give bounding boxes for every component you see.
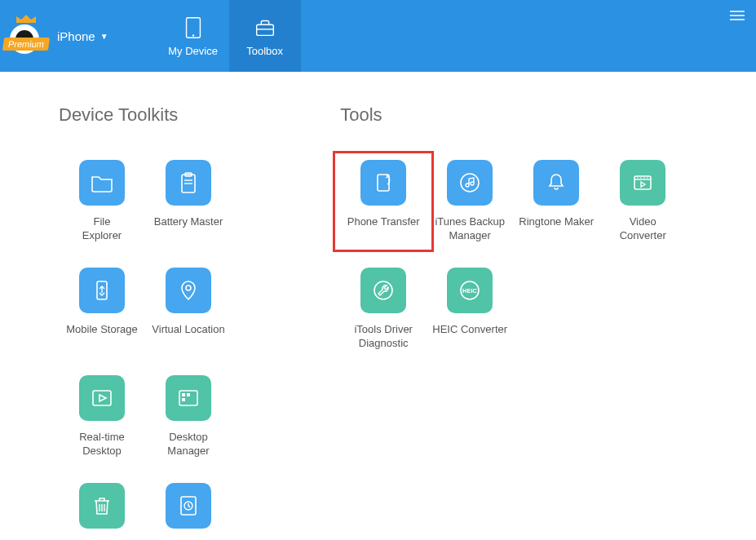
tool-video-converter[interactable]: VideoConverter	[599, 160, 686, 243]
highlight-phone-transfer: Phone Transfer	[333, 151, 434, 252]
tool-console-log[interactable]: Console Log	[145, 483, 232, 540]
tab-label: Toolbox	[246, 45, 283, 57]
tool-mobile-storage[interactable]: Mobile Storage	[59, 268, 145, 351]
film-icon	[620, 160, 665, 206]
tool-phone-transfer[interactable]: Phone Transfer	[340, 160, 427, 243]
svg-point-9	[186, 285, 191, 290]
svg-point-27	[637, 177, 639, 179]
svg-point-29	[643, 177, 645, 179]
heic-icon: HEIC	[447, 268, 493, 313]
section-title: Tools	[340, 104, 707, 126]
grid-icon	[166, 375, 211, 421]
svg-rect-10	[93, 391, 111, 405]
svg-text:HEIC: HEIC	[462, 287, 478, 294]
tool-label: VideoConverter	[620, 215, 666, 243]
phone-transfer-icon	[360, 160, 406, 206]
tool-desktop-manager[interactable]: DesktopManager	[145, 375, 232, 458]
tab-label: My Device	[168, 45, 218, 57]
tool-label: DesktopManager	[167, 431, 209, 458]
app-header: Premium iPhone ▼ My Device Toolbox	[0, 0, 756, 72]
bell-icon	[533, 160, 579, 206]
logo-area: Premium iPhone ▼	[0, 0, 108, 72]
chevron-down-icon: ▼	[100, 32, 108, 41]
tool-file-explorer[interactable]: FileExplorer	[59, 160, 145, 243]
tool-label: Virtual Location	[152, 323, 224, 351]
tool-virtual-location[interactable]: Virtual Location	[145, 268, 232, 351]
tool-itunes-backup[interactable]: iTunes BackupManager	[427, 160, 513, 243]
device-name: iPhone	[57, 29, 95, 43]
toolkit-grid: FileExplorer Battery Master Mobile Stora…	[59, 160, 312, 540]
tool-heic-converter[interactable]: HEIC HEIC Converter	[427, 268, 513, 351]
tool-label: iTunes BackupManager	[435, 215, 505, 243]
tool-label: FileExplorer	[82, 215, 122, 243]
tool-label: Battery Master	[154, 215, 223, 243]
svg-point-24	[461, 174, 479, 192]
toolbox-icon	[253, 15, 277, 40]
play-screen-icon	[79, 375, 125, 421]
clipboard-icon	[166, 160, 211, 206]
main-content: Device Toolkits FileExplorer Battery Mas…	[0, 72, 756, 540]
svg-point-31	[374, 281, 392, 299]
menu-icon[interactable]	[730, 8, 745, 23]
location-pin-icon	[166, 268, 211, 313]
usb-drive-icon	[79, 268, 125, 313]
section-title: Device Toolkits	[59, 104, 312, 126]
svg-rect-2	[256, 24, 273, 35]
tool-battery-master[interactable]: Battery Master	[145, 160, 232, 243]
svg-rect-13	[187, 393, 190, 396]
svg-rect-12	[182, 393, 185, 396]
nav-tabs: My Device Toolbox	[157, 0, 301, 72]
svg-point-30	[647, 177, 648, 179]
music-note-icon	[447, 160, 493, 206]
device-selector[interactable]: iPhone ▼	[57, 29, 108, 43]
tool-label: Mobile Storage	[66, 323, 137, 351]
tools-grid: Phone Transfer iTunes BackupManager Ring…	[340, 160, 707, 375]
premium-badge: Premium	[2, 38, 50, 51]
tab-toolbox[interactable]: Toolbox	[229, 0, 301, 72]
svg-rect-14	[182, 398, 185, 401]
trash-icon	[79, 483, 125, 529]
tab-my-device[interactable]: My Device	[157, 0, 229, 72]
tool-realtime-desktop[interactable]: Real-timeDesktop	[59, 375, 145, 458]
tool-ringtone-maker[interactable]: Ringtone Maker	[513, 160, 599, 243]
tool-driver-diagnostic[interactable]: iTools DriverDiagnostic	[340, 268, 427, 351]
clock-file-icon	[166, 483, 211, 529]
tool-label: HEIC Converter	[432, 323, 507, 351]
folder-icon	[79, 160, 125, 206]
tool-label: Real-timeDesktop	[79, 431, 125, 458]
section-tools: Tools Phone Transfer iTunes BackupManage…	[340, 104, 707, 540]
section-device-toolkits: Device Toolkits FileExplorer Battery Mas…	[59, 104, 312, 540]
wrench-icon	[360, 268, 406, 313]
svg-point-1	[192, 34, 193, 36]
tablet-icon	[181, 15, 206, 40]
tool-label: iTools DriverDiagnostic	[354, 323, 413, 351]
svg-point-28	[640, 177, 642, 179]
tool-icon-fixer[interactable]: Icon fixer	[59, 483, 145, 540]
tool-label: Phone Transfer	[347, 215, 420, 243]
tool-label: Ringtone Maker	[519, 215, 594, 243]
